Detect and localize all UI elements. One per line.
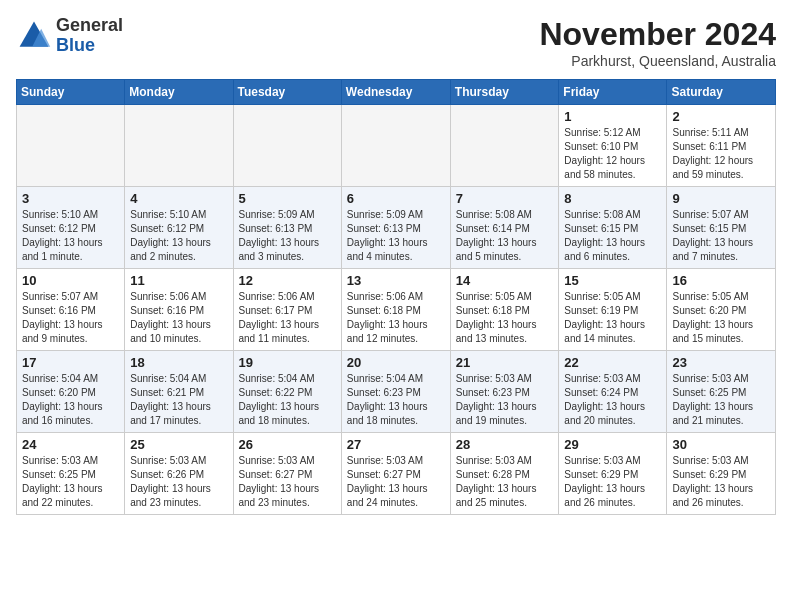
- day-number: 11: [130, 273, 227, 288]
- weekday-header-sunday: Sunday: [17, 80, 125, 105]
- calendar-table: SundayMondayTuesdayWednesdayThursdayFrid…: [16, 79, 776, 515]
- day-number: 8: [564, 191, 661, 206]
- day-number: 5: [239, 191, 336, 206]
- day-number: 17: [22, 355, 119, 370]
- calendar-cell: 14Sunrise: 5:05 AM Sunset: 6:18 PM Dayli…: [450, 269, 559, 351]
- day-info: Sunrise: 5:10 AM Sunset: 6:12 PM Dayligh…: [22, 208, 119, 264]
- day-number: 3: [22, 191, 119, 206]
- logo-icon: [16, 18, 52, 54]
- calendar-cell: [341, 105, 450, 187]
- calendar-cell: 13Sunrise: 5:06 AM Sunset: 6:18 PM Dayli…: [341, 269, 450, 351]
- calendar-cell: 9Sunrise: 5:07 AM Sunset: 6:15 PM Daylig…: [667, 187, 776, 269]
- day-number: 14: [456, 273, 554, 288]
- day-info: Sunrise: 5:11 AM Sunset: 6:11 PM Dayligh…: [672, 126, 770, 182]
- day-number: 6: [347, 191, 445, 206]
- day-info: Sunrise: 5:07 AM Sunset: 6:16 PM Dayligh…: [22, 290, 119, 346]
- day-number: 15: [564, 273, 661, 288]
- day-info: Sunrise: 5:10 AM Sunset: 6:12 PM Dayligh…: [130, 208, 227, 264]
- calendar-cell: 5Sunrise: 5:09 AM Sunset: 6:13 PM Daylig…: [233, 187, 341, 269]
- day-number: 13: [347, 273, 445, 288]
- location-subtitle: Parkhurst, Queensland, Australia: [539, 53, 776, 69]
- calendar-cell: 29Sunrise: 5:03 AM Sunset: 6:29 PM Dayli…: [559, 433, 667, 515]
- day-info: Sunrise: 5:09 AM Sunset: 6:13 PM Dayligh…: [347, 208, 445, 264]
- weekday-header-saturday: Saturday: [667, 80, 776, 105]
- logo-general: General: [56, 16, 123, 36]
- day-number: 19: [239, 355, 336, 370]
- calendar-cell: 8Sunrise: 5:08 AM Sunset: 6:15 PM Daylig…: [559, 187, 667, 269]
- day-number: 20: [347, 355, 445, 370]
- calendar-cell: [233, 105, 341, 187]
- day-info: Sunrise: 5:03 AM Sunset: 6:29 PM Dayligh…: [672, 454, 770, 510]
- day-number: 27: [347, 437, 445, 452]
- day-info: Sunrise: 5:03 AM Sunset: 6:29 PM Dayligh…: [564, 454, 661, 510]
- calendar-week-5: 24Sunrise: 5:03 AM Sunset: 6:25 PM Dayli…: [17, 433, 776, 515]
- calendar-cell: 11Sunrise: 5:06 AM Sunset: 6:16 PM Dayli…: [125, 269, 233, 351]
- day-number: 9: [672, 191, 770, 206]
- day-number: 22: [564, 355, 661, 370]
- day-number: 30: [672, 437, 770, 452]
- day-info: Sunrise: 5:08 AM Sunset: 6:15 PM Dayligh…: [564, 208, 661, 264]
- day-info: Sunrise: 5:05 AM Sunset: 6:20 PM Dayligh…: [672, 290, 770, 346]
- day-info: Sunrise: 5:06 AM Sunset: 6:18 PM Dayligh…: [347, 290, 445, 346]
- calendar-cell: 19Sunrise: 5:04 AM Sunset: 6:22 PM Dayli…: [233, 351, 341, 433]
- logo: General Blue: [16, 16, 123, 56]
- calendar-cell: 2Sunrise: 5:11 AM Sunset: 6:11 PM Daylig…: [667, 105, 776, 187]
- day-info: Sunrise: 5:04 AM Sunset: 6:20 PM Dayligh…: [22, 372, 119, 428]
- calendar-cell: 20Sunrise: 5:04 AM Sunset: 6:23 PM Dayli…: [341, 351, 450, 433]
- day-info: Sunrise: 5:09 AM Sunset: 6:13 PM Dayligh…: [239, 208, 336, 264]
- calendar-cell: 3Sunrise: 5:10 AM Sunset: 6:12 PM Daylig…: [17, 187, 125, 269]
- day-number: 26: [239, 437, 336, 452]
- day-info: Sunrise: 5:05 AM Sunset: 6:18 PM Dayligh…: [456, 290, 554, 346]
- day-info: Sunrise: 5:04 AM Sunset: 6:21 PM Dayligh…: [130, 372, 227, 428]
- calendar-cell: 7Sunrise: 5:08 AM Sunset: 6:14 PM Daylig…: [450, 187, 559, 269]
- calendar-cell: 30Sunrise: 5:03 AM Sunset: 6:29 PM Dayli…: [667, 433, 776, 515]
- weekday-header-friday: Friday: [559, 80, 667, 105]
- day-info: Sunrise: 5:08 AM Sunset: 6:14 PM Dayligh…: [456, 208, 554, 264]
- calendar-cell: 17Sunrise: 5:04 AM Sunset: 6:20 PM Dayli…: [17, 351, 125, 433]
- calendar-header-row: SundayMondayTuesdayWednesdayThursdayFrid…: [17, 80, 776, 105]
- calendar-cell: 23Sunrise: 5:03 AM Sunset: 6:25 PM Dayli…: [667, 351, 776, 433]
- day-info: Sunrise: 5:12 AM Sunset: 6:10 PM Dayligh…: [564, 126, 661, 182]
- title-area: November 2024 Parkhurst, Queensland, Aus…: [539, 16, 776, 69]
- day-info: Sunrise: 5:03 AM Sunset: 6:25 PM Dayligh…: [672, 372, 770, 428]
- day-info: Sunrise: 5:04 AM Sunset: 6:23 PM Dayligh…: [347, 372, 445, 428]
- calendar-cell: 27Sunrise: 5:03 AM Sunset: 6:27 PM Dayli…: [341, 433, 450, 515]
- day-info: Sunrise: 5:06 AM Sunset: 6:17 PM Dayligh…: [239, 290, 336, 346]
- calendar-cell: 4Sunrise: 5:10 AM Sunset: 6:12 PM Daylig…: [125, 187, 233, 269]
- day-info: Sunrise: 5:03 AM Sunset: 6:26 PM Dayligh…: [130, 454, 227, 510]
- day-number: 28: [456, 437, 554, 452]
- page-header: General Blue November 2024 Parkhurst, Qu…: [16, 16, 776, 69]
- day-info: Sunrise: 5:04 AM Sunset: 6:22 PM Dayligh…: [239, 372, 336, 428]
- day-info: Sunrise: 5:06 AM Sunset: 6:16 PM Dayligh…: [130, 290, 227, 346]
- logo-blue: Blue: [56, 36, 123, 56]
- day-number: 23: [672, 355, 770, 370]
- day-number: 12: [239, 273, 336, 288]
- day-number: 24: [22, 437, 119, 452]
- day-info: Sunrise: 5:05 AM Sunset: 6:19 PM Dayligh…: [564, 290, 661, 346]
- day-number: 4: [130, 191, 227, 206]
- day-info: Sunrise: 5:03 AM Sunset: 6:23 PM Dayligh…: [456, 372, 554, 428]
- day-number: 21: [456, 355, 554, 370]
- calendar-cell: 1Sunrise: 5:12 AM Sunset: 6:10 PM Daylig…: [559, 105, 667, 187]
- calendar-cell: [17, 105, 125, 187]
- weekday-header-thursday: Thursday: [450, 80, 559, 105]
- calendar-week-3: 10Sunrise: 5:07 AM Sunset: 6:16 PM Dayli…: [17, 269, 776, 351]
- day-info: Sunrise: 5:03 AM Sunset: 6:28 PM Dayligh…: [456, 454, 554, 510]
- day-number: 29: [564, 437, 661, 452]
- calendar-cell: 12Sunrise: 5:06 AM Sunset: 6:17 PM Dayli…: [233, 269, 341, 351]
- calendar-cell: 6Sunrise: 5:09 AM Sunset: 6:13 PM Daylig…: [341, 187, 450, 269]
- calendar-cell: [450, 105, 559, 187]
- calendar-cell: 15Sunrise: 5:05 AM Sunset: 6:19 PM Dayli…: [559, 269, 667, 351]
- calendar-cell: 26Sunrise: 5:03 AM Sunset: 6:27 PM Dayli…: [233, 433, 341, 515]
- day-info: Sunrise: 5:07 AM Sunset: 6:15 PM Dayligh…: [672, 208, 770, 264]
- calendar-cell: 28Sunrise: 5:03 AM Sunset: 6:28 PM Dayli…: [450, 433, 559, 515]
- calendar-cell: 21Sunrise: 5:03 AM Sunset: 6:23 PM Dayli…: [450, 351, 559, 433]
- month-title: November 2024: [539, 16, 776, 53]
- weekday-header-monday: Monday: [125, 80, 233, 105]
- calendar-week-2: 3Sunrise: 5:10 AM Sunset: 6:12 PM Daylig…: [17, 187, 776, 269]
- day-info: Sunrise: 5:03 AM Sunset: 6:27 PM Dayligh…: [347, 454, 445, 510]
- calendar-cell: 25Sunrise: 5:03 AM Sunset: 6:26 PM Dayli…: [125, 433, 233, 515]
- calendar-cell: 10Sunrise: 5:07 AM Sunset: 6:16 PM Dayli…: [17, 269, 125, 351]
- day-number: 16: [672, 273, 770, 288]
- day-number: 10: [22, 273, 119, 288]
